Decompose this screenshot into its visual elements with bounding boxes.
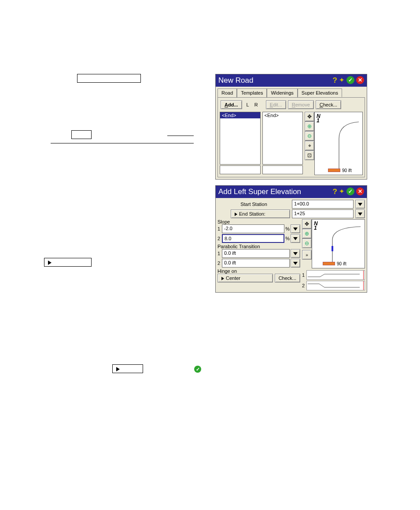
new-road-window: New Road ? ✦ ✓ ✕ Road Templates Widening…: [215, 74, 367, 180]
zoom-in-icon[interactable]: ⊕: [302, 229, 312, 238]
chevron-down-icon: [293, 227, 298, 231]
mini-graph-1: [306, 270, 365, 280]
help-icon[interactable]: ?: [333, 76, 337, 85]
tab-content: Add... L R Edit... Remove Check... <End>…: [217, 97, 365, 177]
slope-2-dropdown[interactable]: [291, 234, 300, 243]
hinge-center-button[interactable]: Center: [217, 274, 273, 283]
zoom-extents-icon[interactable]: ⊡: [305, 150, 314, 160]
right-list[interactable]: <End>: [262, 112, 303, 165]
chevron-down-icon: [358, 203, 362, 206]
underline-1: [51, 143, 194, 143]
remove-button[interactable]: Remove: [288, 100, 314, 109]
lr-label-r: R: [254, 102, 258, 107]
parabolic-1-field[interactable]: 0.0 ift: [222, 249, 290, 258]
mini-label-1: 1: [302, 272, 305, 278]
parabolic-2-field[interactable]: 0.0 ift: [222, 259, 290, 268]
left-list[interactable]: <End>: [220, 112, 261, 165]
add-super-elevation-window: Add Left Super Elevation ? ✦ ✓ ✕ Start S…: [215, 185, 367, 293]
favorite-icon[interactable]: ✦: [339, 187, 345, 196]
road-curve-preview: [315, 112, 363, 176]
zoom-fit-icon[interactable]: ✥: [305, 112, 314, 121]
close-icon[interactable]: ✕: [356, 187, 364, 195]
slope-row-num: 2: [217, 236, 221, 241]
tab-templates[interactable]: Templates: [237, 88, 267, 97]
right-list-footer: [262, 165, 303, 174]
check-button[interactable]: Check...: [316, 100, 341, 109]
add-button[interactable]: Add...: [221, 100, 242, 109]
chevron-down-icon: [293, 262, 298, 265]
ok-icon[interactable]: ✓: [346, 76, 354, 84]
start-station-dropdown[interactable]: [355, 200, 365, 209]
tab-super-elevations[interactable]: Super Elevations: [298, 88, 342, 97]
parabolic-row-num: 1: [217, 251, 221, 256]
chevron-down-icon: [293, 252, 298, 255]
scale-bar: [328, 169, 340, 172]
slope-1-dropdown[interactable]: [291, 224, 300, 233]
start-station-label: Start Station: [217, 202, 290, 207]
expand-button[interactable]: »: [302, 250, 312, 260]
triangle-right-icon: [116, 367, 120, 371]
tab-widenings[interactable]: Widenings: [267, 88, 297, 97]
tab-road[interactable]: Road: [217, 88, 237, 97]
outline-button-3: [44, 258, 92, 267]
slope-unit: %: [285, 226, 290, 231]
ok-icon[interactable]: ✓: [346, 187, 354, 195]
triangle-right-icon: [221, 277, 224, 280]
list-item[interactable]: <End>: [263, 112, 303, 118]
slope-1-field[interactable]: -2.0: [222, 224, 284, 233]
parabolic-1-dropdown[interactable]: [291, 249, 300, 258]
window-title: New Road: [218, 76, 253, 85]
edit-button[interactable]: Edit...: [266, 100, 286, 109]
ok-icon-inline: ✓: [194, 366, 201, 373]
scale-label: 90 ift: [337, 261, 346, 266]
zoom-controls: ✥ ⊕ ⊖ ⌖ ⊡: [305, 112, 314, 175]
svg-rect-0: [332, 246, 333, 251]
triangle-right-icon: [48, 261, 52, 265]
start-station-field[interactable]: 1+00.0: [292, 200, 354, 209]
underline-2: [167, 136, 194, 136]
titlebar: Add Left Super Elevation ? ✦ ✓ ✕: [216, 186, 367, 198]
slope-label: Slope: [217, 219, 300, 224]
zoom-out-icon[interactable]: ⊖: [302, 238, 312, 248]
slope-row-num: 1: [217, 226, 221, 231]
lr-label-l: L: [247, 102, 249, 107]
zoom-window-icon[interactable]: ⌖: [305, 141, 314, 150]
list-item[interactable]: <End>: [220, 112, 260, 118]
preview-pane: N1 90 ift: [314, 112, 363, 175]
zoom-in-icon[interactable]: ⊕: [305, 121, 314, 131]
tab-row: Road Templates Widenings Super Elevation…: [216, 87, 367, 97]
triangle-right-icon: [235, 213, 237, 216]
parabolic-2-dropdown[interactable]: [291, 259, 300, 268]
chevron-down-icon: [293, 237, 298, 240]
mini-label-2: 2: [302, 283, 305, 288]
parabolic-row-num: 2: [217, 261, 221, 266]
close-icon[interactable]: ✕: [356, 76, 364, 84]
titlebar: New Road ? ✦ ✓ ✕: [216, 74, 367, 87]
preview-pane-2: N1 90 ift: [312, 219, 365, 268]
slope-2-field[interactable]: 8.0: [222, 234, 284, 243]
scale-bar: [323, 262, 335, 265]
outline-button-1: [77, 74, 141, 83]
zoom-controls-2: ✥ ⊕ ⊖: [302, 219, 312, 248]
favorite-icon[interactable]: ✦: [339, 76, 345, 85]
outline-button-2: [71, 130, 92, 139]
help-icon[interactable]: ?: [333, 187, 337, 196]
outline-button-4: [112, 364, 143, 373]
end-station-button[interactable]: End Station:: [231, 209, 290, 218]
chevron-down-icon: [358, 213, 362, 216]
mini-graph-2: [306, 281, 365, 290]
window-title: Add Left Super Elevation: [218, 187, 301, 196]
left-list-footer: [220, 165, 261, 174]
end-station-field[interactable]: 1+25: [292, 209, 354, 218]
end-station-dropdown[interactable]: [355, 209, 365, 218]
slope-unit: %: [285, 236, 290, 241]
check-button[interactable]: Check...: [275, 274, 300, 283]
zoom-fit-icon[interactable]: ✥: [302, 219, 312, 229]
parabolic-label: Parabolic Transition: [217, 244, 300, 249]
zoom-out-icon[interactable]: ⊖: [305, 131, 314, 141]
hinge-label: Hinge on: [217, 268, 300, 274]
scale-label: 90 ift: [342, 168, 352, 173]
